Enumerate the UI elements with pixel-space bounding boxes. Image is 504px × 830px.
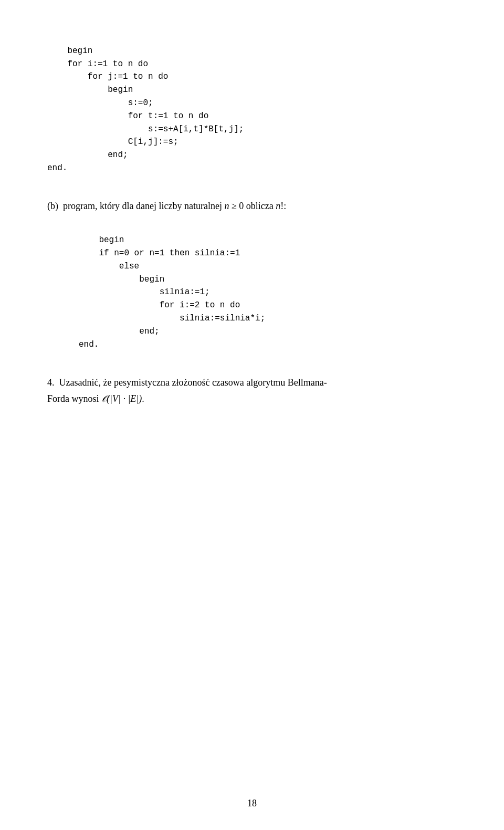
code2-content: begin if n=0 or n=1 then silnia:=1 else …	[79, 235, 265, 349]
code-block-2: begin if n=0 or n=1 then silnia:=1 else …	[79, 221, 457, 364]
part-b-description: program, który dla danej liczby naturaln…	[63, 201, 286, 211]
math-n: n	[224, 201, 229, 211]
math-complexity: 𝒪(|V| · |E|)	[101, 393, 142, 404]
page-number: 18	[247, 798, 257, 809]
problem-4-number: 4.	[47, 377, 59, 388]
math-nfact: n	[276, 201, 280, 211]
page: begin for i:=1 to n do for j:=1 to n do …	[0, 0, 504, 830]
code-block-1: begin for i:=1 to n do for j:=1 to n do …	[47, 32, 457, 188]
part-b-label: (b)	[47, 201, 63, 211]
part-b-text: (b) program, który dla danej liczby natu…	[47, 199, 457, 214]
problem-4-text: Uzasadnić, że pesymistyczna złożoność cz…	[47, 377, 327, 404]
problem-4: 4. Uzasadnić, że pesymistyczna złożoność…	[47, 375, 457, 407]
code-line: begin for i:=1 to n do for j:=1 to n do …	[47, 46, 244, 173]
